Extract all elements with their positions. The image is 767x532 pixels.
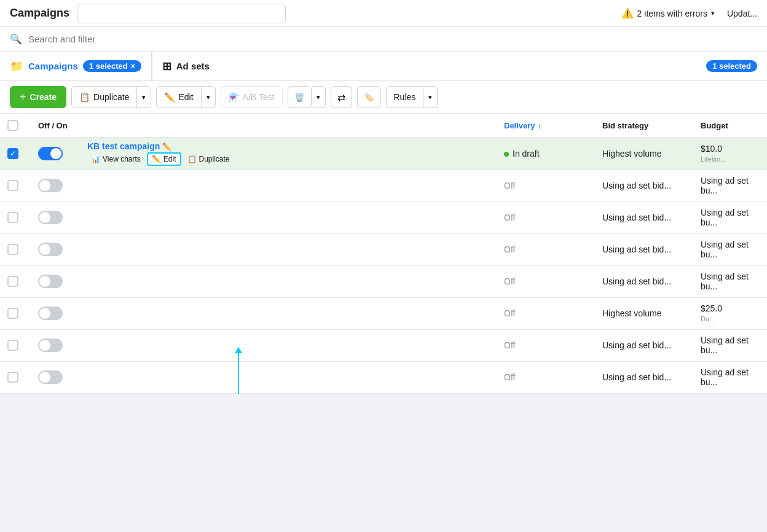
table-row: OffUsing ad set bid...Using ad set bu... [0,265,767,297]
header-campaign[interactable] [80,114,497,138]
row-checkbox-cell [0,297,31,329]
header-checkbox[interactable] [0,114,31,138]
rules-dropdown[interactable]: ▾ [423,86,438,108]
toggle-thumb [39,244,50,255]
campaign-edit-pencil-icon: ✏️ [160,143,171,151]
error-caret: ▾ [711,9,715,17]
header-delivery[interactable]: Delivery ↑ [497,114,595,138]
row-toggle[interactable] [38,179,63,192]
row-toggle[interactable] [38,275,63,288]
row-checkbox-cell [0,201,31,233]
search-input[interactable] [28,34,757,44]
row-checkbox-cell [0,170,31,201]
edit-label: Edit [178,92,193,102]
tag-button[interactable]: 🏷️ [357,86,381,108]
plus-icon: + [20,91,26,104]
table-row: OffUsing ad set bid...Using ad set bu... [0,201,767,233]
warning-icon: ⚠️ [621,7,634,19]
row-campaign-cell [80,361,497,393]
campaigns-selected-badge: 1 selected × [83,60,141,72]
trash-button[interactable]: 🗑️ [288,86,312,108]
row-checkbox-cell [0,361,31,393]
campaigns-selected-close[interactable]: × [131,62,135,71]
row-toggle[interactable] [38,147,63,160]
row-checkbox[interactable] [7,244,18,255]
adsets-selected-badge: 1 selected [706,60,757,72]
row-checkbox-cell [0,329,31,361]
table-row: OffUsing ad set bid...Using ad set bu... [0,329,767,361]
row-checkbox[interactable] [7,180,18,191]
budget-amount: $10.0 [701,144,760,154]
row-budget-cell: $10.0Lifetim... [693,138,767,170]
header-budget: Budget [693,114,767,138]
row-toggle[interactable] [38,211,63,224]
error-badge[interactable]: ⚠️ 2 items with errors ▾ [621,7,715,19]
table-row: ✓KB test campaign ✏️📊 View charts✏️ Edit… [0,138,767,170]
app-title: Campaigns [10,7,69,20]
duplicate-button[interactable]: 📋 Duplicate [71,86,137,108]
row-duplicate-button[interactable]: 📋Duplicate [184,154,234,165]
trash-caret-icon: ▾ [317,93,320,101]
toggle-thumb [39,212,50,223]
error-text: 2 items with errors [637,9,707,18]
row-checkbox[interactable] [7,212,18,223]
row-budget-cell: Using ad set bu... [693,233,767,265]
edit-button[interactable]: ✏️ Edit [156,86,201,108]
campaigns-selected-count: 1 selected [89,61,128,71]
row-toggle[interactable] [38,307,63,320]
row-campaign-cell [80,233,497,265]
row-checkbox[interactable] [7,308,18,319]
row-bid-strategy-cell: Highest volume [595,138,693,170]
row-checkbox[interactable] [7,372,18,383]
top-bar: Campaigns ⚠️ 2 items with errors ▾ Updat… [0,0,767,27]
rules-caret-icon: ▾ [428,93,432,101]
adsets-selected-count: 1 selected [712,61,751,71]
campaign-name-link[interactable]: KB test campaign [87,141,160,151]
row-budget-cell: Using ad set bu... [693,201,767,233]
trash-dropdown[interactable]: ▾ [312,86,326,108]
row-budget-cell: Using ad set bu... [693,170,767,201]
duplicate-dropdown[interactable]: ▾ [137,86,151,108]
column-tabs: 📁 Campaigns 1 selected × ⊞ Ad sets 1 sel… [0,52,767,81]
grid-icon: ⊞ [162,60,171,73]
delivery-off-text: Off [497,233,595,265]
rules-group: Rules ▾ [386,86,438,108]
adsets-tab-label: Ad sets [176,61,210,71]
transfer-button[interactable]: ⇄ [331,86,352,108]
trash-group: 🗑️ ▾ [288,86,326,108]
toggle-thumb [39,372,50,383]
row-checkbox[interactable] [7,276,18,287]
row-edit-button[interactable]: ✏️ Edit [147,152,181,166]
ab-test-button[interactable]: ⚗️ A/B Test [221,86,283,108]
toggle-thumb [39,340,50,351]
ab-test-label: A/B Test [243,92,275,102]
table-row: OffHighest volume$25.0Da... [0,297,767,329]
header-off-on: Off / On [31,114,80,138]
row-toggle[interactable] [38,243,63,256]
select-all-checkbox[interactable] [7,120,18,131]
row-toggle[interactable] [38,338,63,352]
view-charts-button[interactable]: 📊 View charts [87,154,144,165]
row-bid-strategy-cell: Using ad set bid... [595,265,693,297]
tag-icon: 🏷️ [364,93,374,102]
row-checkbox-cell [0,265,31,297]
adsets-tab[interactable]: ⊞ Ad sets 1 selected [152,52,767,80]
campaigns-tab-label: Campaigns [28,61,78,71]
duplicate-icon: 📋 [79,92,90,102]
header-bid-strategy: Bid strategy [595,114,693,138]
row-toggle[interactable] [38,370,63,384]
row-bid-strategy-cell: Highest volume [595,297,693,329]
search-row: 🔍 [0,27,767,52]
campaigns-tab[interactable]: 📁 Campaigns 1 selected × [0,52,152,80]
create-button[interactable]: + Create [10,86,66,108]
row-checkbox[interactable]: ✓ [7,148,18,159]
toggle-thumb [39,180,50,191]
toolbar: + Create 📋 Duplicate ▾ ✏️ Edit ▾ ⚗️ A/B … [0,81,767,114]
row-checkbox[interactable] [7,340,18,351]
delivery-off-text: Off [497,170,595,201]
edit-dropdown[interactable]: ▾ [202,86,216,108]
row-budget-cell: Using ad set bu... [693,329,767,361]
row-checkbox-cell: ✓ [0,138,31,170]
delivery-off-text: Off [497,265,595,297]
rules-button[interactable]: Rules [386,86,424,108]
